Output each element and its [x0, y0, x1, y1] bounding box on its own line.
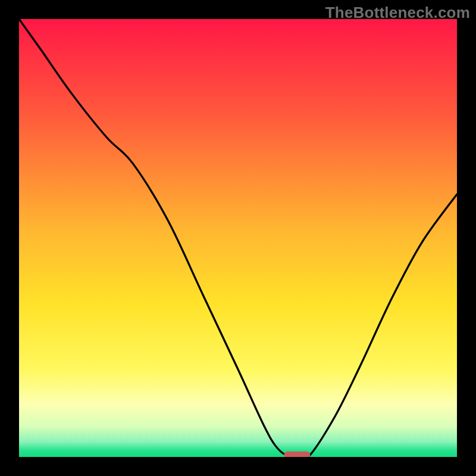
gradient-background — [19, 19, 457, 457]
chart-svg — [19, 19, 457, 457]
chart-frame: TheBottleneck.com — [0, 0, 476, 476]
watermark-text: TheBottleneck.com — [325, 4, 470, 22]
plot-area — [19, 19, 457, 457]
optimal-marker — [284, 452, 310, 457]
